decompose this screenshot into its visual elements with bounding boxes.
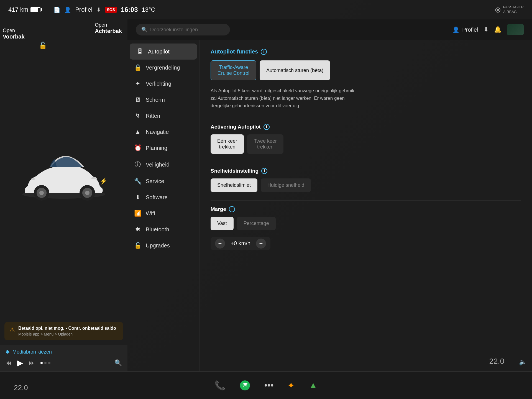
- airbag-label: PASSAGIERAIRBAG: [503, 5, 524, 14]
- warning-title: Betaald opl. niet mog. - Contr. onbetaal…: [18, 326, 116, 331]
- sos-badge[interactable]: SOS: [105, 7, 117, 13]
- menu-item-bluetooth[interactable]: ✱ Bluetooth: [127, 221, 199, 237]
- profile-label-header: Profiel: [462, 27, 478, 33]
- lock-icon-car: 🔓: [39, 42, 47, 49]
- btn-twee-keer[interactable]: Twee keertrekken: [247, 134, 283, 154]
- menu-item-service[interactable]: 🔧 Service: [127, 173, 199, 189]
- autopilot-menu-icon: 🎛: [136, 48, 144, 55]
- snelheid-section: Snelheidsinstelling i Snelheidslimiet Hu…: [211, 168, 521, 192]
- autopilot-functions-info-icon[interactable]: i: [261, 49, 267, 55]
- veiligheid-label: Veiligheid: [146, 162, 170, 168]
- warning-notification[interactable]: ⚠ Betaald opl. niet mog. - Contr. onbeta…: [4, 322, 123, 340]
- marge-title: Marge i: [211, 206, 521, 212]
- menu-item-vergrendeling[interactable]: 🔒 Vergrendeling: [127, 60, 199, 76]
- btn-een-keer[interactable]: Eén keertrekken: [211, 134, 244, 154]
- menu-item-ritten[interactable]: ↯ Ritten: [127, 108, 199, 124]
- media-source[interactable]: ✱ Mediabron kiezen: [6, 349, 122, 355]
- warning-subtitle: Mobiele app > Menu > Opladen: [18, 332, 116, 336]
- taskbar-more-button[interactable]: •••: [264, 380, 274, 390]
- map-thumbnail: [507, 24, 524, 35]
- battery-range: 417 km: [8, 6, 42, 13]
- status-temperature: 13°C: [142, 6, 155, 13]
- speed-control: − +0 km/h +: [211, 237, 270, 250]
- header-profile[interactable]: 👤 Profiel: [452, 26, 478, 33]
- skip-back-button[interactable]: ⏮: [6, 359, 12, 367]
- menu-item-scherm[interactable]: 🖥 Scherm: [127, 92, 199, 108]
- menu-item-veiligheid[interactable]: ⓘ Veiligheid: [127, 156, 199, 173]
- menu-item-software[interactable]: ⬇ Software: [127, 189, 199, 205]
- btn-percentage[interactable]: Percentage: [237, 217, 276, 230]
- btn-auto-steer[interactable]: Automatisch sturen (bèta): [260, 60, 330, 80]
- snelheid-info-icon[interactable]: i: [261, 168, 267, 174]
- settings-header: 🔍 👤 Profiel ⬇ 🔔: [127, 19, 532, 40]
- ritten-label: Ritten: [146, 113, 160, 119]
- status-icons: 📄 👤 Profiel ⬇ SOS 16:03 13°C: [53, 6, 155, 14]
- status-divider-1: [48, 6, 48, 14]
- search-box[interactable]: 🔍: [136, 24, 230, 35]
- marge-section: Marge i Vast Percentage − +0 km/h +: [211, 206, 521, 250]
- dot-2: [44, 362, 47, 364]
- media-progress-dots: [40, 362, 50, 364]
- settings-content: Autopilot-functies i Traffic-AwareCruise…: [200, 40, 532, 371]
- activering-buttons: Eén keertrekken Twee keertrekken: [211, 134, 521, 154]
- car-container: Open Voorbak Open Achterbak 🔓: [0, 19, 127, 322]
- profile-icon-status: 👤: [64, 6, 71, 13]
- vergrendeling-label: Vergrendeling: [146, 65, 180, 71]
- scherm-label: Scherm: [146, 97, 165, 103]
- marge-info-icon[interactable]: i: [229, 206, 235, 212]
- bell-icon[interactable]: 🔔: [494, 26, 502, 33]
- taskbar: 22.0 📞 ••• ✦ ▲: [0, 371, 532, 399]
- search-media-button[interactable]: 🔍: [114, 359, 122, 367]
- spotify-icon: [239, 380, 250, 391]
- snelheid-title: Snelheidsinstelling i: [211, 168, 521, 174]
- btn-vast[interactable]: Vast: [211, 217, 234, 230]
- taskbar-spotify-button[interactable]: [239, 380, 250, 391]
- volume-indicator[interactable]: 🔈: [519, 359, 526, 366]
- veiligheid-icon: ⓘ: [134, 160, 141, 169]
- snelheid-label: Snelheidsinstelling: [211, 168, 259, 174]
- bluetooth-icon: ✱: [134, 226, 141, 233]
- document-icon: 📄: [53, 6, 60, 13]
- vergrendeling-icon: 🔒: [134, 64, 141, 71]
- autopilot-functions-label: Autopilot-functies: [211, 48, 258, 55]
- right-temperature-display: 22.0: [489, 357, 505, 366]
- status-time: 16:03: [121, 6, 138, 14]
- play-button[interactable]: ▶: [17, 358, 23, 367]
- menu-item-autopilot[interactable]: 🎛 Autopilot: [130, 44, 197, 60]
- activering-section: Activering Autopilot i Eén keertrekken T…: [211, 124, 521, 154]
- speed-plus-button[interactable]: +: [256, 239, 266, 249]
- settings-menu: 🎛 Autopilot 🔒 Vergrendeling ✦ Verlichtin…: [127, 40, 200, 371]
- media-source-label: Mediabron kiezen: [12, 349, 52, 355]
- menu-item-navigatie[interactable]: ▲ Navigatie: [127, 124, 199, 140]
- media-controls: ⏮ ▶ ⏭ 🔍: [6, 358, 122, 367]
- btn-traffic-aware[interactable]: Traffic-AwareCruise Control: [211, 60, 256, 80]
- planning-icon: ⏰: [134, 144, 141, 152]
- car-svg: ⚡: [14, 143, 114, 209]
- btn-snelheidslimiet[interactable]: Snelheidslimiet: [211, 178, 257, 192]
- menu-item-planning[interactable]: ⏰ Planning: [127, 140, 199, 156]
- separator-3: [211, 200, 521, 201]
- menu-item-wifi[interactable]: 📶 Wifi: [127, 205, 199, 221]
- wifi-label: Wifi: [146, 210, 155, 217]
- speed-minus-button[interactable]: −: [215, 239, 225, 249]
- menu-item-verlichting[interactable]: ✦ Verlichting: [127, 76, 199, 92]
- menu-item-upgrades[interactable]: 🔓 Upgrades: [127, 237, 199, 254]
- download-icon-header[interactable]: ⬇: [484, 26, 488, 33]
- taskbar-arcade-button[interactable]: ✦: [287, 380, 295, 391]
- activering-info-icon[interactable]: i: [264, 124, 270, 130]
- bluetooth-label: Bluetooth: [146, 226, 169, 233]
- taskbar-nav-button[interactable]: ▲: [309, 380, 318, 390]
- skip-forward-button[interactable]: ⏭: [29, 359, 35, 367]
- search-input[interactable]: [150, 27, 224, 33]
- btn-huidige-snelheid[interactable]: Huidige snelheid: [261, 178, 311, 192]
- upgrades-icon: 🔓: [134, 242, 141, 249]
- navigatie-icon: ▲: [134, 128, 141, 135]
- profile-icon-header: 👤: [452, 26, 459, 33]
- scherm-icon: 🖥: [134, 96, 141, 103]
- profile-label-status: Profiel: [75, 6, 92, 13]
- taskbar-phone-button[interactable]: 📞: [214, 380, 226, 391]
- left-panel: Open Voorbak Open Achterbak 🔓: [0, 19, 127, 371]
- svg-point-6: [85, 191, 89, 195]
- marge-buttons: Vast Percentage: [211, 217, 521, 230]
- passenger-airbag: ⊗ PASSAGIERAIRBAG: [495, 5, 524, 14]
